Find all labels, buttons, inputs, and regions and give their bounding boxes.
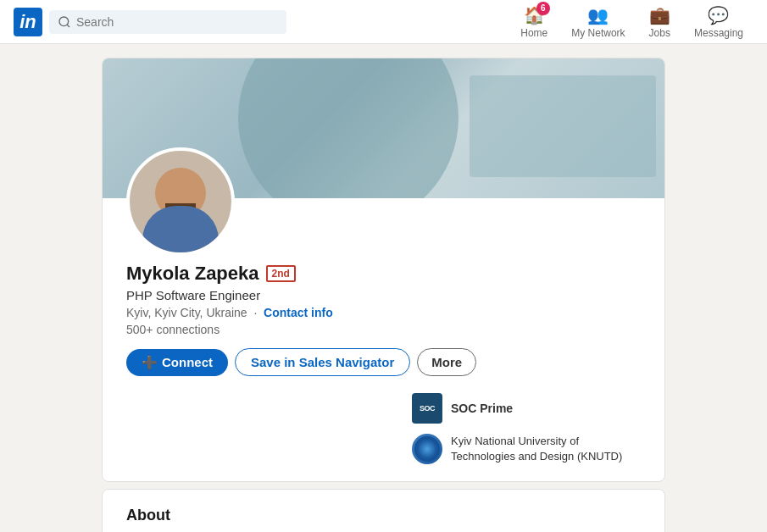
profile-info: Mykola Zapeka 2nd PHP Software Engineer … [103, 256, 664, 393]
company-logo: SOC [412, 393, 442, 424]
about-card: About Accomplished web software develope… [102, 489, 665, 532]
profile-name: Mykola Zapeka [126, 263, 259, 285]
university-name: Kyiv National University of Technologies… [451, 434, 641, 464]
profile-name-row: Mykola Zapeka 2nd [126, 263, 641, 285]
university-logo [412, 434, 442, 464]
avatar-body [142, 206, 219, 252]
nav-item-my-network[interactable]: 👥 My Network [561, 0, 635, 46]
jobs-icon: 💼 [649, 5, 670, 25]
connect-button[interactable]: ➕ Connect [126, 349, 228, 376]
profile-connections: 500+ connections [126, 323, 641, 336]
svg-point-0 [59, 17, 69, 26]
university-logo-inner [414, 436, 440, 462]
nav-label-my-network: My Network [571, 27, 625, 39]
my-network-icon: 👥 [587, 5, 609, 25]
nav-item-messaging[interactable]: 💬 Messaging [684, 0, 753, 46]
navbar: in 🏠 6 Home 👥 My Network 💼 Jobs 💬 Messag… [0, 0, 767, 44]
home-icon: 🏠 6 [524, 5, 545, 25]
nav-item-home[interactable]: 🏠 6 Home [510, 0, 558, 46]
avatar [126, 147, 235, 256]
save-sales-navigator-button[interactable]: Save in Sales Navigator [235, 348, 410, 376]
profile-location: Kyiv, Kyiv City, Ukraine · Contact info [126, 306, 641, 319]
contact-info-link[interactable]: Contact info [264, 306, 333, 319]
location-text: Kyiv, Kyiv City, Ukraine [126, 306, 247, 319]
avatar-wrapper [126, 147, 235, 256]
company-name: SOC Prime [451, 402, 513, 415]
profile-right: SOC SOC Prime Kyiv National University o… [412, 393, 641, 464]
profile-card: Mykola Zapeka 2nd PHP Software Engineer … [102, 58, 665, 482]
nav-label-jobs: Jobs [649, 27, 670, 39]
search-icon [58, 15, 71, 29]
banner-decoration-circle [238, 58, 459, 198]
profile-actions: ➕ Connect Save in Sales Navigator More [126, 348, 641, 376]
connect-icon: ➕ [142, 355, 158, 370]
search-input[interactable] [76, 15, 278, 29]
nav-items: 🏠 6 Home 👥 My Network 💼 Jobs 💬 Messaging [510, 0, 753, 46]
nav-label-home: Home [520, 27, 547, 39]
svg-line-1 [67, 25, 69, 27]
linkedin-logo[interactable]: in [14, 8, 42, 36]
main-content: Mykola Zapeka 2nd PHP Software Engineer … [0, 44, 767, 532]
avatar-figure [142, 159, 219, 252]
company-item: SOC SOC Prime [412, 393, 641, 424]
messaging-icon: 💬 [708, 5, 729, 25]
profile-body: SOC SOC Prime Kyiv National University o… [103, 393, 664, 481]
nav-item-jobs[interactable]: 💼 Jobs [639, 0, 681, 46]
more-button[interactable]: More [417, 348, 476, 376]
company-logo-text: SOC [420, 404, 435, 413]
about-title: About [126, 507, 641, 524]
home-badge: 6 [536, 2, 550, 15]
banner-decoration-rect [470, 75, 656, 177]
degree-badge: 2nd [266, 265, 296, 282]
profile-title: PHP Software Engineer [126, 288, 641, 302]
connect-label: Connect [162, 355, 213, 369]
university-item: Kyiv National University of Technologies… [412, 434, 641, 464]
nav-label-messaging: Messaging [694, 27, 743, 39]
search-bar [49, 10, 286, 34]
profile-left [126, 393, 412, 464]
